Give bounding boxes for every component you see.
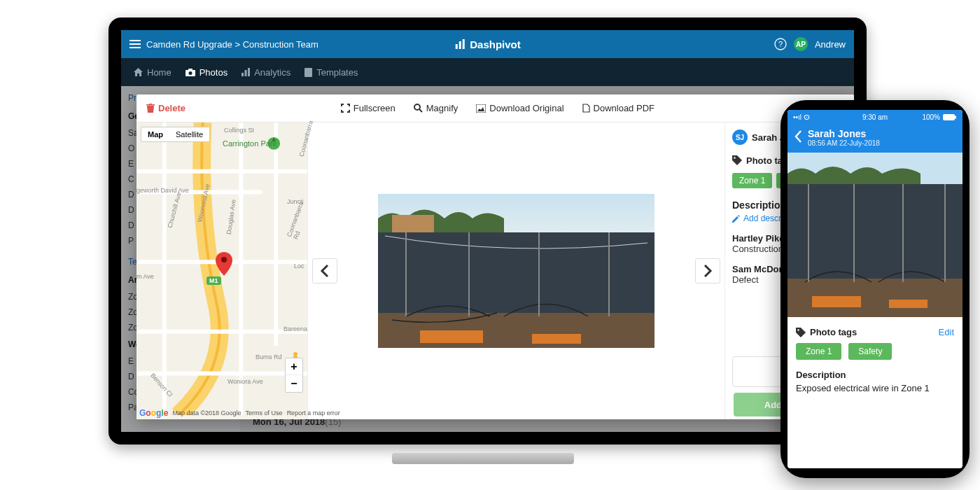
svg-point-32 [734, 157, 735, 158]
map-street: Burns Rd [255, 354, 282, 360]
user-name[interactable]: Andrew [815, 39, 846, 50]
zoom-in-button[interactable]: + [286, 358, 302, 375]
desktop-screen: Camden Rd Upgrade > Construction Team Da… [121, 30, 854, 432]
prev-button[interactable] [312, 258, 337, 284]
brand-name: Dashpivot [470, 38, 521, 50]
mobile-header: Sarah Jones 08:56 AM 22-July-2018 [788, 124, 962, 153]
edit-tags-button[interactable]: Edit [939, 327, 954, 337]
map-street: Collings St [224, 127, 254, 134]
comment-author: Hartley Pike [732, 233, 784, 244]
svg-rect-39 [812, 296, 861, 307]
svg-point-7 [188, 71, 192, 75]
photo-viewer [308, 122, 724, 419]
photo-image [378, 194, 654, 348]
mobile-author: Sarah Jones [808, 128, 880, 139]
map-panel[interactable]: Carrington Park Collings St Coonanbarra … [136, 122, 308, 419]
map-street: Juncti [287, 198, 304, 205]
mobile-desc-heading: Description [796, 370, 954, 380]
mobile-photo[interactable] [788, 153, 962, 317]
breadcrumb[interactable]: Camden Rd Upgrade > Construction Team [146, 39, 318, 50]
svg-rect-37 [788, 184, 962, 282]
battery-text: 100% [922, 113, 940, 121]
map-pin-icon [216, 252, 232, 279]
tag-chip[interactable]: Zone 1 [796, 343, 841, 360]
map-street: m Ave [136, 273, 154, 280]
svg-rect-1 [458, 41, 461, 49]
brand-logo[interactable]: Dashpivot [454, 38, 521, 50]
svg-rect-26 [420, 330, 483, 343]
mobile-timestamp: 08:56 AM 22-July-2018 [808, 139, 880, 147]
fullscreen-button[interactable]: Fullscreen [341, 103, 396, 113]
mobile-tags-label: Photo tags [810, 327, 857, 337]
map-terms[interactable]: Terms of Use [246, 410, 283, 416]
map-street: Woniora Ave [227, 378, 263, 385]
phone-screen: ••ıl ⵙ 9:30 am 100% Sarah Jones 08:56 AM… [788, 110, 962, 468]
status-bar: ••ıl ⵙ 9:30 am 100% [788, 110, 962, 124]
back-button[interactable] [794, 130, 802, 146]
author-avatar: SJ [732, 130, 748, 145]
svg-rect-33 [943, 114, 955, 120]
svg-point-16 [221, 257, 227, 262]
map-attribution: Map data ©2018 Google [172, 410, 241, 416]
map-type-satellite[interactable]: Satellite [169, 127, 209, 141]
google-logo: Google [139, 408, 168, 418]
svg-rect-13 [476, 104, 486, 113]
svg-rect-40 [889, 300, 927, 308]
svg-text:?: ? [778, 40, 783, 48]
tab-templates[interactable]: Templates [304, 67, 358, 78]
download-pdf-button[interactable]: Download PDF [582, 103, 654, 113]
phone-frame: ••ıl ⵙ 9:30 am 100% Sarah Jones 08:56 AM… [780, 100, 969, 478]
svg-rect-25 [378, 313, 654, 348]
help-icon[interactable]: ? [774, 38, 787, 50]
monitor-stand [392, 453, 574, 464]
svg-rect-2 [462, 39, 464, 49]
zoom-out-button[interactable]: − [286, 375, 302, 392]
magnify-button[interactable]: Magnify [414, 103, 458, 113]
map-type-map[interactable]: Map [141, 127, 169, 141]
svg-rect-34 [955, 115, 956, 118]
svg-rect-6 [188, 69, 192, 71]
svg-rect-11 [304, 68, 312, 77]
svg-rect-24 [378, 232, 654, 316]
tab-photos[interactable]: Photos [186, 67, 227, 78]
user-avatar[interactable]: AP [794, 37, 808, 51]
tab-analytics[interactable]: Analytics [241, 67, 290, 78]
download-original-button[interactable]: Download Original [476, 103, 564, 113]
map-street: Loc [294, 262, 304, 270]
nav-tabs: Home Photos Analytics Templates [121, 58, 854, 86]
svg-rect-27 [532, 334, 581, 344]
status-time: 9:30 am [862, 113, 888, 121]
map-label-park: Carrington Park [223, 139, 276, 148]
svg-rect-10 [248, 68, 250, 76]
tag-chip[interactable]: Zone 1 [732, 173, 772, 188]
modal-toolbar: Delete Fullscreen Magnify Download Origi… [136, 94, 854, 122]
mobile-desc-value: Exposed electrical wire in Zone 1 [796, 383, 954, 393]
monitor-frame: Camden Rd Upgrade > Construction Team Da… [108, 18, 867, 444]
signal-icon: ••ıl ⵙ [793, 113, 810, 121]
map-type-toggle: Map Satellite [141, 127, 210, 142]
svg-rect-0 [455, 44, 457, 49]
delete-button[interactable]: Delete [146, 103, 186, 113]
tag-icon [796, 328, 806, 337]
svg-point-17 [293, 352, 298, 356]
svg-rect-8 [241, 73, 244, 76]
next-button[interactable] [695, 258, 720, 284]
app-header: Camden Rd Upgrade > Construction Team Da… [121, 30, 854, 58]
map-street: Bareena [284, 326, 307, 332]
map-zoom: + − [285, 358, 303, 393]
tag-chip[interactable]: Safety [848, 343, 892, 360]
tab-home[interactable]: Home [134, 67, 172, 78]
svg-rect-9 [245, 70, 247, 76]
tag-icon [732, 155, 742, 165]
svg-point-12 [414, 104, 420, 110]
photo-modal: Delete Fullscreen Magnify Download Origi… [136, 94, 854, 419]
menu-icon[interactable] [130, 40, 141, 48]
svg-point-45 [797, 329, 799, 330]
